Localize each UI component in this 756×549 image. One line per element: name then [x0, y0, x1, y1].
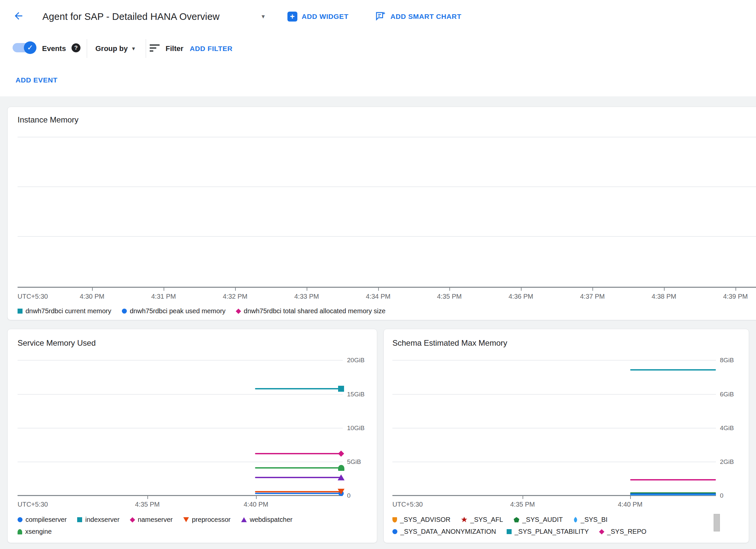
x-axis-label: 4:36 PM: [501, 293, 541, 300]
legend-item-_SYS_AUDIT[interactable]: _SYS_AUDIT: [514, 516, 563, 524]
star-marker-icon: [461, 517, 467, 523]
y-axis-zero-label: 0: [347, 492, 351, 499]
legend-label: preprocessor: [192, 516, 230, 524]
y-axis-label: 15GiB: [347, 391, 365, 398]
y-axis-label: 2GiB: [720, 458, 734, 466]
y-axis-zero-label: 0: [720, 492, 724, 499]
x-axis-tick: [147, 496, 148, 499]
x-axis-label: 4:32 PM: [215, 293, 255, 300]
series-line-xsengine: [255, 467, 341, 469]
chart-layer: 4:30 PM4:31 PM4:32 PM4:33 PM4:34 PM4:35 …: [0, 0, 756, 549]
x-axis-label: 4:31 PM: [144, 293, 183, 300]
legend-item-dnwh75rdbci current memory[interactable]: dnwh75rdbci current memory: [18, 307, 111, 315]
x-axis-label: 4:35 PM: [127, 501, 167, 508]
legend-item-indexserver[interactable]: indexserver: [77, 516, 119, 524]
x-axis-label: 4:34 PM: [358, 293, 398, 300]
schema-memory-legend: _SYS_ADVISOR_SYS_AFL_SYS_AUDIT_SYS_BI_SY…: [392, 516, 646, 535]
x-axis-tick: [449, 287, 450, 291]
legend-item-_SYS_DATA_ANONYMIZATION[interactable]: _SYS_DATA_ANONYMIZATION: [392, 528, 496, 535]
series-line-webdispatcher: [255, 477, 341, 478]
series-line-compileserver: [255, 493, 341, 494]
legend-label: _SYS_BI: [581, 516, 608, 524]
gridline: [18, 360, 343, 361]
y-axis-label: 5GiB: [347, 458, 361, 466]
square-marker-icon: [507, 529, 512, 534]
legend-label: nameserver: [138, 516, 173, 524]
series-line-preprocessor: [255, 491, 341, 492]
timezone-label: UTC+5:30: [18, 293, 48, 300]
series-line-_SYS_DATA_ANONYMIZATION: [630, 493, 716, 495]
arch-marker-icon: [18, 529, 22, 534]
legend-label: _SYS_REPO: [607, 528, 646, 535]
gridline: [392, 428, 716, 428]
legend-label: webdispatcher: [250, 516, 292, 524]
service-memory-legend: compileserverindexservernameserverprepro…: [18, 516, 292, 535]
x-axis-label: 4:40 PM: [610, 501, 650, 508]
x-axis-label: 4:38 PM: [644, 293, 684, 300]
circle-marker-icon: [392, 529, 397, 534]
series-line-_SYS_PLAN_STABILITY: [630, 369, 716, 371]
legend-label: indexserver: [85, 516, 119, 524]
x-axis-tick: [523, 496, 523, 499]
arch-marker-icon: [338, 465, 344, 471]
legend-label: compileserver: [25, 516, 67, 524]
gridline: [392, 394, 716, 395]
legend-label: _SYS_AUDIT: [522, 516, 563, 524]
tri-up-marker-icon: [241, 517, 247, 522]
x-axis-line: [18, 287, 756, 288]
x-axis-label: 4:35 PM: [503, 501, 542, 508]
timezone-label: UTC+5:30: [18, 501, 48, 508]
x-axis-label: 4:40 PM: [236, 501, 276, 508]
legend-item-_SYS_BI[interactable]: _SYS_BI: [574, 516, 608, 524]
gridline: [18, 137, 756, 137]
legend-item-_SYS_AFL[interactable]: _SYS_AFL: [461, 516, 503, 524]
gridline: [392, 462, 716, 462]
x-axis-label: 4:33 PM: [287, 293, 327, 300]
legend-row: _SYS_ADVISOR_SYS_AFL_SYS_AUDIT_SYS_BI: [392, 516, 646, 524]
circle-marker-icon: [122, 309, 127, 314]
x-axis-tick: [521, 287, 522, 291]
legend-item-dnwh75rdbci total shared allocated memory size[interactable]: dnwh75rdbci total shared allocated memor…: [236, 307, 385, 315]
timezone-label: UTC+5:30: [392, 501, 423, 508]
y-axis-label: 8GiB: [720, 357, 734, 364]
legend-item-_SYS_ADVISOR[interactable]: _SYS_ADVISOR: [392, 516, 450, 524]
y-axis-label: 6GiB: [720, 391, 734, 398]
series-line-nameserver: [255, 453, 341, 454]
legend-item-_SYS_REPO[interactable]: _SYS_REPO: [599, 528, 646, 535]
drop-marker-icon: [574, 517, 578, 523]
x-axis-tick: [307, 287, 307, 291]
legend-item-preprocessor[interactable]: preprocessor: [183, 516, 230, 524]
instance-memory-legend: dnwh75rdbci current memorydnwh75rdbci pe…: [18, 307, 385, 315]
diamond-marker-icon: [599, 529, 604, 534]
legend-item-nameserver[interactable]: nameserver: [130, 516, 173, 524]
legend-item-dnwh75rdbci peak used memory[interactable]: dnwh75rdbci peak used memory: [122, 307, 226, 315]
legend-label: xsengine: [25, 528, 52, 535]
x-axis-label: 4:39 PM: [716, 293, 755, 300]
series-line-indexserver: [255, 388, 341, 389]
gridline: [18, 428, 343, 428]
series-line-_SYS_REPO: [630, 479, 716, 480]
square-marker-icon: [338, 386, 344, 392]
gridline: [392, 360, 716, 361]
diamond-marker-icon: [338, 451, 344, 457]
diamond-marker-icon: [236, 308, 241, 314]
y-axis-label: 10GiB: [347, 424, 365, 432]
tri-down-marker-icon: [183, 517, 189, 522]
legend-row: xsengine: [18, 528, 292, 535]
legend-item-compileserver[interactable]: compileserver: [18, 516, 67, 524]
legend-item-webdispatcher[interactable]: webdispatcher: [241, 516, 292, 524]
legend-scrollbar[interactable]: [714, 514, 720, 531]
x-axis-tick: [256, 496, 257, 499]
legend-item-xsengine[interactable]: xsengine: [18, 528, 52, 535]
legend-item-_SYS_PLAN_STABILITY[interactable]: _SYS_PLAN_STABILITY: [507, 528, 589, 535]
legend-label: dnwh75rdbci peak used memory: [130, 307, 226, 315]
x-axis-line: [18, 495, 343, 496]
x-axis-label: 4:35 PM: [429, 293, 469, 300]
y-axis-label: 20GiB: [347, 357, 365, 364]
x-axis-label: 4:30 PM: [72, 293, 112, 300]
x-axis-tick: [378, 287, 379, 291]
circle-marker-icon: [18, 517, 23, 522]
arch-down-marker-icon: [392, 517, 397, 523]
x-axis-tick: [235, 287, 236, 291]
legend-row: compileserverindexservernameserverprepro…: [18, 516, 292, 524]
